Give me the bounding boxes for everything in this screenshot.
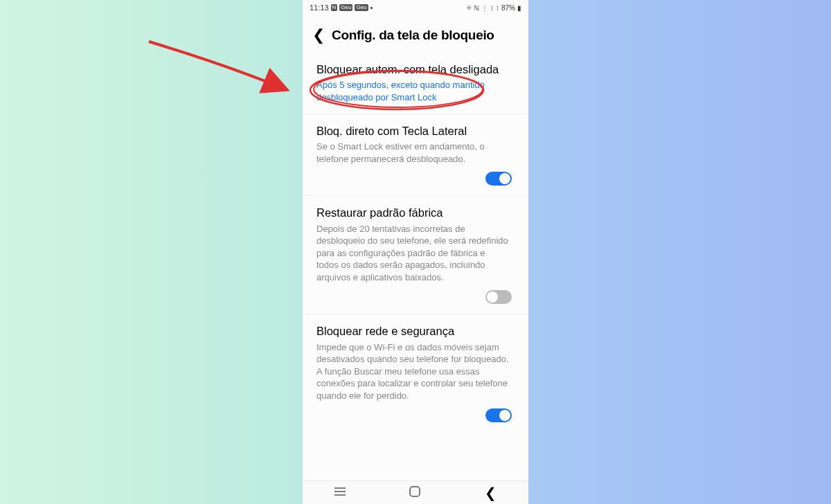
row-factory-reset-sub: Depois de 20 tentativas incorretas de de…: [316, 223, 515, 284]
back-button[interactable]: ❮: [312, 28, 325, 43]
battery-text: 87%: [501, 4, 515, 12]
signal-1-icon: ⫶: [490, 4, 494, 12]
toggle-side-key[interactable]: [485, 172, 512, 186]
signal-2-icon: ⫶: [496, 4, 499, 12]
notif-badge-2: Geo: [339, 4, 352, 11]
toggle-network-security[interactable]: [485, 408, 512, 422]
svg-rect-3: [410, 487, 420, 496]
row-network-security[interactable]: Bloquear rede e segurança Impede que o W…: [303, 314, 528, 432]
annotation-arrow: [145, 38, 298, 107]
row-network-security-title: Bloquear rede e segurança: [316, 324, 515, 339]
row-side-key-title: Bloq. direto com Tecla Lateral: [316, 124, 515, 138]
nfc-icon: ℕ: [474, 4, 479, 12]
toggle-factory-reset[interactable]: [485, 290, 512, 304]
more-notif-dot: •: [370, 3, 373, 12]
notif-badge-1: N: [331, 4, 338, 11]
nav-bar: ❮: [303, 480, 528, 504]
nav-back-button[interactable]: ❮: [485, 485, 497, 501]
nav-home-button[interactable]: [409, 486, 420, 500]
row-factory-reset-title: Restaurar padrão fábrica: [316, 206, 515, 220]
notif-badge-3: Geo: [355, 4, 368, 11]
bluetooth-icon: ⟡: [467, 3, 472, 12]
row-factory-reset[interactable]: Restaurar padrão fábrica Depois de 20 te…: [303, 196, 528, 314]
row-auto-lock-sub: Após 5 segundos, exceto quando mantido d…: [316, 79, 515, 103]
row-auto-lock[interactable]: Bloquear autom. com tela desligada Após …: [303, 53, 528, 114]
row-auto-lock-title: Bloquear autom. com tela desligada: [316, 62, 515, 77]
status-bar: 11:13 N Geo Geo • ⟡ ℕ ⋮ ⫶ ⫶ 87% ▮: [303, 0, 528, 15]
phone-frame: 11:13 N Geo Geo • ⟡ ℕ ⋮ ⫶ ⫶ 87% ▮ ❮ Conf…: [303, 0, 528, 504]
clock: 11:13: [310, 3, 329, 12]
wifi-icon: ⋮: [481, 4, 488, 12]
row-side-key[interactable]: Bloq. direto com Tecla Lateral Se o Smar…: [303, 114, 528, 197]
header: ❮ Config. da tela de bloqueio: [303, 15, 528, 53]
settings-list: Bloquear autom. com tela desligada Após …: [303, 53, 528, 480]
nav-recents-button[interactable]: [334, 487, 346, 499]
page-title: Config. da tela de bloqueio: [332, 28, 494, 43]
battery-icon: ▮: [517, 4, 521, 12]
row-network-security-sub: Impede que o Wi-Fi e os dados móveis sej…: [316, 341, 515, 402]
row-side-key-sub: Se o Smart Lock estiver em andamento, o …: [316, 141, 515, 165]
